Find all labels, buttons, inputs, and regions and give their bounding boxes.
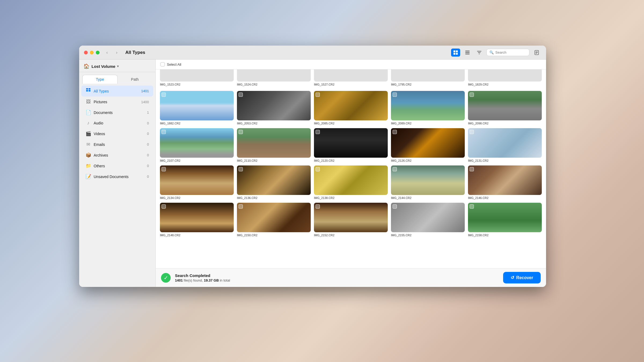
file-checkbox[interactable]: [470, 93, 474, 97]
file-thumbnail: [391, 165, 465, 195]
file-item[interactable]: IMG_2150.CR2: [237, 203, 311, 237]
file-name: IMG_2148.CR2: [160, 234, 234, 237]
file-checkbox[interactable]: [239, 130, 243, 134]
file-thumbnail: [314, 91, 388, 120]
grid-view-button[interactable]: [451, 49, 460, 57]
sidebar: 🏠 Lost Volume ▼ Type Path: [79, 60, 156, 287]
file-checkbox[interactable]: [393, 204, 397, 209]
file-item[interactable]: IMG_2131.CR2: [468, 128, 542, 162]
sidebar-item-all-types[interactable]: All Types 1401: [81, 86, 153, 97]
minimize-button[interactable]: [90, 51, 94, 54]
file-checkbox[interactable]: [162, 130, 166, 134]
file-item[interactable]: IMG_2144.CR2: [391, 165, 465, 200]
file-name: IMG_2150.CR2: [237, 234, 311, 237]
file-checkbox[interactable]: [162, 167, 166, 171]
file-thumbnail: [237, 91, 311, 120]
filter-button[interactable]: [475, 49, 484, 57]
file-item[interactable]: IMG_1882.CR2: [160, 91, 234, 125]
sidebar-item-audio[interactable]: ♪ Audio 0: [81, 118, 153, 128]
file-item[interactable]: IMG_2134.CR2: [160, 165, 234, 200]
file-item[interactable]: IMG_2136.CR2: [237, 165, 311, 200]
partial-file-item[interactable]: IMG_1795.CR2: [391, 69, 465, 86]
file-checkbox[interactable]: [470, 204, 474, 209]
tab-path[interactable]: Path: [118, 75, 152, 84]
sidebar-item-count: 1400: [141, 100, 149, 104]
volume-selector[interactable]: Lost Volume ▼: [92, 64, 119, 69]
file-checkbox[interactable]: [316, 204, 320, 209]
file-thumbnail: [160, 203, 234, 232]
file-item[interactable]: IMG_2155.CR2: [391, 203, 465, 237]
file-item[interactable]: IMG_2138.CR2: [314, 165, 388, 200]
recover-button[interactable]: ↺ Recover: [503, 272, 541, 283]
file-checkbox[interactable]: [316, 167, 320, 171]
sidebar-item-label: Documents: [94, 110, 144, 115]
file-item[interactable]: IMG_2120.CR2: [314, 128, 388, 162]
file-checkbox[interactable]: [393, 167, 397, 171]
tab-type[interactable]: Type: [82, 75, 118, 84]
file-thumbnail: [468, 203, 542, 232]
file-item[interactable]: IMG_2053.CR2: [237, 91, 311, 125]
file-item[interactable]: IMG_2085.CR2: [314, 91, 388, 125]
unsaved-icon: 📝: [86, 174, 91, 179]
close-button[interactable]: [84, 51, 88, 54]
status-title: Search Completed: [175, 273, 499, 278]
forward-button[interactable]: ›: [113, 49, 120, 56]
file-checkbox[interactable]: [316, 130, 320, 134]
status-detail: 1401 file(s) found, 19.37 GB in total: [175, 278, 499, 282]
file-thumbnail: [237, 203, 311, 232]
file-item[interactable]: IMG_2110.CR2: [237, 128, 311, 162]
sidebar-item-videos[interactable]: 🎬 Videos 0: [81, 128, 153, 139]
titlebar: ‹ › All Types: [79, 46, 546, 60]
search-input[interactable]: [495, 50, 526, 54]
file-name: IMG_2120.CR2: [314, 159, 388, 162]
svg-rect-15: [89, 88, 90, 90]
file-checkbox[interactable]: [470, 167, 474, 171]
list-view-button[interactable]: [463, 49, 472, 57]
file-checkbox[interactable]: [393, 130, 397, 134]
file-grid: IMG_1882.CR2 IMG_2053.CR2 IMG_2085.CR2 I…: [156, 88, 546, 268]
archives-icon: 📦: [86, 152, 91, 158]
sidebar-item-documents[interactable]: 📄 Documents 1: [81, 107, 153, 118]
search-completed-icon: ✓: [161, 273, 171, 283]
file-checkbox[interactable]: [162, 93, 166, 97]
sidebar-item-archives[interactable]: 📦 Archives 0: [81, 150, 153, 160]
file-checkbox[interactable]: [393, 93, 397, 97]
file-checkbox[interactable]: [470, 130, 474, 134]
file-item[interactable]: IMG_2089.CR2: [391, 91, 465, 125]
file-item[interactable]: IMG_2126.CR2: [391, 128, 465, 162]
sidebar-item-count: 0: [147, 175, 149, 179]
sidebar-item-count: 0: [147, 164, 149, 168]
app-window: ‹ › All Types: [79, 46, 546, 287]
back-button[interactable]: ‹: [103, 49, 111, 56]
partial-file-item[interactable]: IMG_1527.CR2: [314, 69, 388, 86]
select-all-checkbox[interactable]: [160, 62, 165, 67]
file-item[interactable]: IMG_2098.CR2: [468, 91, 542, 125]
file-thumbnail: [468, 69, 542, 82]
file-name: IMG_2126.CR2: [391, 159, 465, 162]
sidebar-item-unsaved[interactable]: 📝 Unsaved Documents 0: [81, 171, 153, 182]
partial-file-item[interactable]: IMG_1829.CR2: [468, 69, 542, 86]
sidebar-item-emails[interactable]: ✉ Emails 0: [81, 139, 153, 150]
svg-rect-0: [453, 50, 455, 52]
partial-row: IMG_1523.CR2 IMG_1524.CR2 IMG_1527.CR2 I…: [156, 69, 546, 88]
file-checkbox[interactable]: [239, 204, 243, 209]
file-area: Select All IMG_1523.CR2 IMG_1524.CR2 IMG…: [156, 60, 546, 287]
svg-rect-8: [478, 52, 481, 53]
select-all-bar: Select All: [156, 60, 546, 69]
file-checkbox[interactable]: [316, 93, 320, 97]
file-item[interactable]: IMG_2107.CR2: [160, 128, 234, 162]
file-item[interactable]: IMG_2152.CR2: [314, 203, 388, 237]
sidebar-item-others[interactable]: 📁 Others 0: [81, 161, 153, 171]
file-checkbox[interactable]: [239, 167, 243, 171]
partial-file-item[interactable]: IMG_1524.CR2: [237, 69, 311, 86]
sidebar-item-pictures[interactable]: 🖼 Pictures 1400: [81, 97, 153, 107]
file-checkbox[interactable]: [162, 204, 166, 209]
file-checkbox[interactable]: [239, 93, 243, 97]
partial-file-item[interactable]: IMG_1523.CR2: [160, 69, 234, 86]
file-item[interactable]: IMG_2148.CR2: [160, 203, 234, 237]
doc-view-button[interactable]: [532, 49, 541, 57]
file-item[interactable]: IMG_2146.CR2: [468, 165, 542, 200]
emails-icon: ✉: [86, 142, 91, 147]
file-item[interactable]: IMG_2158.CR2: [468, 203, 542, 237]
fullscreen-button[interactable]: [96, 51, 100, 54]
